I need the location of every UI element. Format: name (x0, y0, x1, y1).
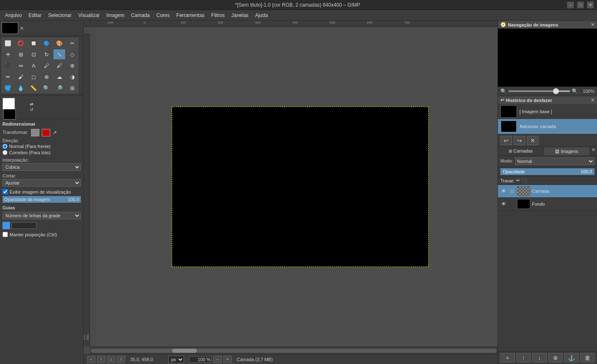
tool-align[interactable]: ⊞ (15, 49, 27, 60)
background-color-swatch[interactable] (3, 108, 16, 119)
lock-alpha-icon[interactable]: ⬛ (522, 178, 527, 183)
navigation-panel-close[interactable]: ✕ (591, 22, 595, 27)
menu-selecionar[interactable]: Selecionar (45, 12, 75, 19)
undo-clear-btn[interactable]: ✕ (527, 136, 539, 145)
tool-flip[interactable]: ⇔ (15, 60, 27, 71)
tool-clone[interactable]: ⊗ (40, 71, 53, 82)
reset-colors-icon[interactable]: ↺ (30, 107, 33, 112)
layer-add-btn[interactable]: + (500, 353, 515, 362)
maintain-checkbox[interactable] (2, 232, 8, 237)
grid-type-select[interactable]: Número de linhas da grade (2, 212, 81, 219)
tool-crop[interactable]: ⊡ (27, 49, 40, 60)
menu-imagem[interactable]: Imagem (103, 12, 128, 19)
foreground-color-swatch[interactable] (2, 98, 15, 109)
unit-select[interactable]: px (168, 356, 184, 363)
tool-zoom-out[interactable]: 🔎 (53, 83, 66, 93)
tool-fill[interactable]: 🪣 (2, 83, 14, 93)
image-canvas[interactable] (172, 107, 429, 267)
zoom-input[interactable] (189, 356, 212, 363)
tool-rect-select[interactable]: ⬜ (2, 38, 14, 49)
nav-info-btn[interactable]: i (117, 356, 125, 363)
grid-color-chip[interactable] (2, 222, 10, 229)
menu-filtros[interactable]: Filtros (208, 12, 228, 19)
minimize-button[interactable]: – (567, 2, 574, 8)
close-button[interactable]: ✕ (587, 2, 594, 8)
layer-lower-btn[interactable]: ↓ (532, 353, 547, 362)
transform-layer-btn[interactable] (31, 129, 39, 136)
layer-anchor-btn[interactable]: ⚓ (564, 353, 579, 362)
layer-eye-fundo[interactable]: 👁 (500, 201, 507, 207)
maximize-button[interactable]: □ (577, 2, 584, 8)
interpolation-select[interactable]: Cúbica (2, 163, 81, 171)
menu-ferramentas[interactable]: Ferramentas (173, 12, 208, 19)
opacity-field[interactable]: Opacidade 100,0 (500, 168, 595, 175)
preview-checkbox[interactable] (2, 189, 8, 194)
layer-item-camada[interactable]: 👁 ⛓ Camada (498, 185, 597, 198)
menu-editar[interactable]: Editar (25, 12, 45, 19)
tool-text[interactable]: A (27, 60, 40, 71)
tool-scale[interactable]: ⤡ (53, 49, 66, 60)
canvas-viewport[interactable] (96, 27, 498, 347)
tool-select-by-color[interactable]: 🎨 (53, 38, 66, 49)
tool-ellipse-select[interactable]: ⭕ (15, 38, 27, 49)
crop-select[interactable]: Ajustar (2, 179, 81, 187)
nav-next-btn[interactable]: › (97, 356, 105, 363)
direction-normal-item[interactable]: Normal (Para frente) (2, 144, 81, 149)
layer-eye-camada[interactable]: 👁 (500, 188, 507, 194)
tool-measure[interactable]: 📏 (27, 83, 40, 93)
layer-item-fundo[interactable]: 👁 Fundo (498, 198, 597, 211)
scrollbar-thumb[interactable] (172, 349, 197, 353)
tool-eraser[interactable]: ◻ (27, 71, 40, 82)
tool-color-picker[interactable]: 💧 (15, 83, 27, 93)
undo-item-base[interactable]: [ Imagem base ] (498, 104, 597, 119)
grid-value-input[interactable]: 15 (12, 222, 36, 229)
tool-extra[interactable]: ⊞ (66, 83, 78, 93)
tool-free-select[interactable]: 🔲 (27, 38, 40, 49)
direction-corrective-item[interactable]: Corretivo (Para trás) (2, 150, 81, 155)
nav-home-btn[interactable]: ⌂ (107, 356, 115, 363)
layer-duplicate-btn[interactable]: ⊕ (548, 353, 563, 362)
tool-fuzzy-select[interactable]: 🔷 (40, 38, 53, 49)
tab-layers[interactable]: ⊞ Camadas (498, 147, 544, 155)
transform-path-btn[interactable]: ↗ (53, 130, 57, 136)
layer-delete-btn[interactable]: 🗑 (580, 353, 595, 362)
layer-raise-btn[interactable]: ↑ (517, 353, 531, 362)
navigation-preview[interactable] (498, 29, 597, 87)
undo-forward-btn[interactable]: ↪ (514, 136, 525, 145)
nav-prev-btn[interactable]: ‹ (87, 356, 95, 363)
zoom-inc-btn[interactable]: + (223, 356, 232, 363)
menu-arquivo[interactable]: Arquivo (2, 12, 25, 19)
tool-preview-close[interactable]: ✕ (20, 26, 24, 31)
direction-normal-radio[interactable] (2, 144, 7, 149)
zoom-out-icon[interactable]: 🔍 (500, 88, 507, 94)
tool-pencil[interactable]: ✏ (2, 71, 14, 82)
tool-move[interactable]: ✛ (2, 49, 14, 60)
scrollbar-track[interactable] (91, 349, 497, 353)
scrollbar-horizontal[interactable] (90, 347, 498, 354)
tab-images[interactable]: 🖼 Imagens (544, 147, 590, 155)
tool-smudge[interactable]: ☁ (53, 71, 66, 82)
direction-corrective-radio[interactable] (2, 150, 7, 155)
menu-ajuda[interactable]: Ajuda (252, 12, 271, 19)
swap-colors-icon[interactable]: ⇄ (30, 102, 33, 107)
tool-ink[interactable]: 🖋 (53, 60, 66, 71)
tool-dodge[interactable]: ◑ (66, 71, 78, 82)
undo-item-add-layer[interactable]: Adicionar camada (498, 119, 597, 134)
undo-panel-close[interactable]: ✕ (591, 97, 595, 103)
menu-camada[interactable]: Camada (128, 12, 153, 19)
tool-zoom-in[interactable]: 🔍 (40, 83, 53, 93)
menu-janelas[interactable]: Janelas (228, 12, 252, 19)
zoom-in-icon[interactable]: 🔍 (572, 88, 578, 94)
tool-heal[interactable]: ⊕ (66, 60, 78, 71)
tool-path[interactable]: 🖊 (40, 60, 53, 71)
menu-cores[interactable]: Cores (153, 12, 173, 19)
tool-perspective[interactable]: ⬛ (2, 60, 14, 71)
tool-shear[interactable]: ◇ (66, 49, 78, 60)
tool-rotate[interactable]: ↻ (40, 49, 53, 60)
zoom-dec-btn[interactable]: – (214, 356, 222, 363)
mode-select[interactable]: Normal (515, 158, 595, 165)
layers-panel-close[interactable]: ✕ (590, 147, 597, 155)
tool-scissors[interactable]: ✂ (66, 38, 78, 49)
layer-link-fundo[interactable] (509, 201, 515, 207)
navigation-zoom-slider[interactable] (508, 90, 570, 92)
